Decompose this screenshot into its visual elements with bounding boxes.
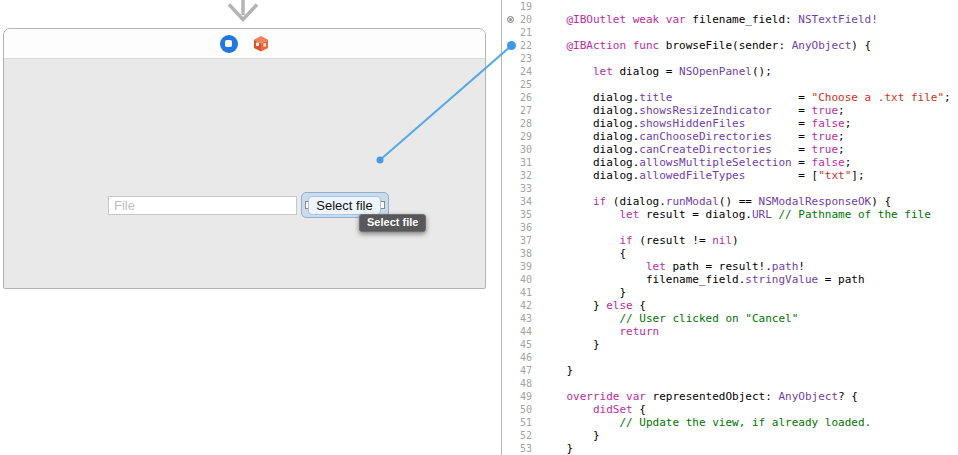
code-line[interactable]: let result = dialog.URL // Pathname of t… <box>540 208 951 221</box>
code-line[interactable]: dialog.title = "Choose a .txt file"; <box>540 91 951 104</box>
line-number: 35 <box>502 208 532 221</box>
line-number: 24 <box>502 65 532 78</box>
code-line[interactable] <box>540 351 951 364</box>
line-number: 30 <box>502 143 532 156</box>
line-number: 37 <box>502 234 532 247</box>
code-line[interactable]: } <box>540 429 951 442</box>
action-connection-well[interactable] <box>507 41 516 50</box>
code-line[interactable] <box>540 377 951 390</box>
code-line[interactable]: if (result != nil) <box>540 234 951 247</box>
line-number: 34 <box>502 195 532 208</box>
line-number: 53 <box>502 442 532 455</box>
line-number: 49 <box>502 390 532 403</box>
line-number: 45 <box>502 338 532 351</box>
code-line[interactable]: dialog.allowsMultipleSelection = false; <box>540 156 951 169</box>
code-line[interactable]: if (dialog.runModal() == NSModalResponse… <box>540 195 951 208</box>
code-line[interactable]: } <box>540 338 951 351</box>
code-line[interactable]: } <box>540 286 951 299</box>
line-number: 29 <box>502 130 532 143</box>
line-number: 33 <box>502 182 532 195</box>
line-number: 40 <box>502 273 532 286</box>
code-line[interactable]: dialog.canChooseDirectories = true; <box>540 130 951 143</box>
code-line[interactable] <box>540 182 951 195</box>
file-textfield[interactable] <box>108 196 297 215</box>
line-number: 39 <box>502 260 532 273</box>
line-number: 48 <box>502 377 532 390</box>
line-number: 23 <box>502 52 532 65</box>
line-number: 51 <box>502 416 532 429</box>
code-line[interactable] <box>540 78 951 91</box>
code-line[interactable] <box>540 52 951 65</box>
line-number: 28 <box>502 117 532 130</box>
line-number: 41 <box>502 286 532 299</box>
code-line[interactable] <box>540 26 951 39</box>
line-number: 36 <box>502 221 532 234</box>
code-line[interactable]: didSet { <box>540 403 951 416</box>
code-line[interactable]: dialog.showsResizeIndicator = true; <box>540 104 951 117</box>
ib-window-titlebar <box>4 29 485 59</box>
object-cube-icon[interactable] <box>252 35 270 53</box>
select-file-button[interactable]: Select file <box>308 196 381 215</box>
ib-window: Select file Select file <box>3 28 486 289</box>
code-line[interactable]: // User clicked on "Cancel" <box>540 312 951 325</box>
source-editor[interactable]: 1920212223242526272829303132333435363738… <box>502 0 958 455</box>
xcode-assistant-editor: Select file Select file 1920212223242526… <box>0 0 958 455</box>
code-line[interactable]: return <box>540 325 951 338</box>
line-number: 43 <box>502 312 532 325</box>
view-controller-icon[interactable] <box>220 35 238 53</box>
line-number: 32 <box>502 169 532 182</box>
code-line[interactable]: dialog.allowedFileTypes = ["txt"]; <box>540 169 951 182</box>
drag-tooltip: Select file <box>359 214 426 232</box>
ib-window-content: Select file Select file <box>4 59 485 289</box>
code-line[interactable] <box>540 0 951 13</box>
code-line[interactable]: } <box>540 364 951 377</box>
line-number: 31 <box>502 156 532 169</box>
line-number: 50 <box>502 403 532 416</box>
code-line[interactable]: { <box>540 247 951 260</box>
line-number: 21 <box>502 26 532 39</box>
code-line[interactable]: let path = result!.path! <box>540 260 951 273</box>
code-line[interactable]: filename_field.stringValue = path <box>540 273 951 286</box>
code-line[interactable]: @IBOutlet weak var filename_field: NSTex… <box>540 13 951 26</box>
code-line[interactable]: let dialog = NSOpenPanel(); <box>540 65 951 78</box>
code-line[interactable]: @IBAction func browseFile(sender: AnyObj… <box>540 39 951 52</box>
line-number: 42 <box>502 299 532 312</box>
line-number: 25 <box>502 78 532 91</box>
code-line[interactable]: dialog.canCreateDirectories = true; <box>540 143 951 156</box>
code-text[interactable]: @IBOutlet weak var filename_field: NSTex… <box>540 0 951 455</box>
line-number-gutter: 1920212223242526272829303132333435363738… <box>502 0 535 455</box>
line-number: 19 <box>502 0 532 13</box>
outlet-connection-well[interactable] <box>507 16 514 23</box>
line-number: 52 <box>502 429 532 442</box>
line-number: 47 <box>502 364 532 377</box>
code-line[interactable]: // Update the view, if already loaded. <box>540 416 951 429</box>
view-controller-icon-square <box>225 40 232 47</box>
interface-builder-canvas: Select file Select file <box>0 0 501 455</box>
code-line[interactable] <box>540 221 951 234</box>
line-number: 26 <box>502 91 532 104</box>
code-line[interactable]: } <box>540 442 951 455</box>
line-number: 27 <box>502 104 532 117</box>
code-line[interactable]: override var representedObject: AnyObjec… <box>540 390 951 403</box>
line-number: 38 <box>502 247 532 260</box>
line-number: 44 <box>502 325 532 338</box>
code-line[interactable]: } else { <box>540 299 951 312</box>
code-line[interactable]: dialog.showsHiddenFiles = false; <box>540 117 951 130</box>
line-number: 46 <box>502 351 532 364</box>
